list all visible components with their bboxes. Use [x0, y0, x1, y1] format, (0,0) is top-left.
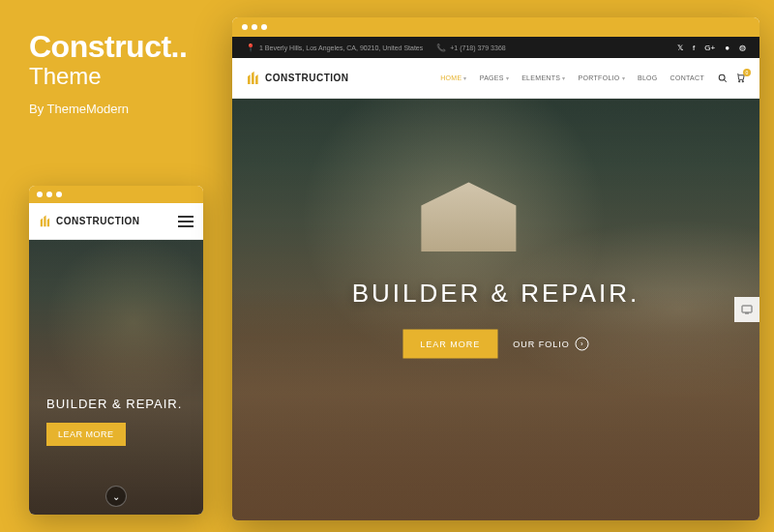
chevron-down-icon: ▾ [562, 74, 565, 81]
svg-point-0 [719, 74, 725, 80]
topbar: 📍 1 Beverly Hills, Los Angeles, CA, 9021… [232, 37, 759, 58]
google-plus-icon[interactable]: G+ [704, 44, 715, 52]
our-folio-label: OUR FOLIO [513, 339, 570, 348]
nav-icons: 0 [718, 73, 746, 83]
mobile-header: CONSTRUCTION [29, 203, 203, 240]
address-text: 1 Beverly Hills, Los Angeles, CA, 90210,… [259, 44, 423, 51]
mobile-hero: BUILDER & REPAIR. LEAR MORE ⌄ [29, 240, 203, 515]
mobile-hero-title: BUILDER & REPAIR. [46, 397, 182, 411]
building-icon [246, 71, 261, 86]
main-nav: CONSTRUCTION HOME▾ PAGES▾ ELEMENTS▾ PORT… [232, 58, 759, 99]
nav-pages[interactable]: PAGES▾ [480, 74, 509, 81]
hero-title: BUILDER & REPAIR. [232, 278, 759, 308]
phone-text: +1 (718) 379 3368 [450, 44, 505, 51]
facebook-icon[interactable]: f [693, 44, 695, 52]
social-links: 𝕏 f G+ ● ◍ [677, 44, 746, 52]
instagram-icon[interactable]: ◍ [739, 44, 746, 52]
window-dot [56, 192, 62, 197]
learn-more-button[interactable]: LEAR MORE [46, 423, 126, 446]
promo-title: Construct.. [29, 29, 187, 65]
scroll-down-icon[interactable]: ⌄ [105, 486, 127, 507]
nav-elements[interactable]: ELEMENTS▾ [521, 74, 565, 81]
building-icon [39, 215, 52, 228]
desktop-preview: 📍 1 Beverly Hills, Los Angeles, CA, 9021… [232, 17, 759, 520]
learn-more-button[interactable]: LEAR MORE [402, 329, 497, 358]
chevron-down-icon: ▾ [463, 74, 466, 81]
topbar-left: 📍 1 Beverly Hills, Los Angeles, CA, 9021… [246, 44, 506, 52]
nav-home[interactable]: HOME▾ [440, 74, 467, 81]
address: 📍 1 Beverly Hills, Los Angeles, CA, 9021… [246, 44, 423, 52]
cart-badge: 0 [743, 69, 751, 76]
svg-point-2 [738, 80, 739, 81]
pinterest-icon[interactable]: ● [725, 44, 729, 52]
chevron-down-icon: ▾ [506, 74, 509, 81]
nav-portfolio[interactable]: PORTFOLIO▾ [579, 74, 625, 81]
twitter-icon[interactable]: 𝕏 [677, 44, 683, 52]
arrow-right-icon: › [576, 337, 589, 350]
logo[interactable]: CONSTRUCTION [246, 71, 349, 86]
cart-icon[interactable]: 0 [735, 73, 746, 83]
svg-line-1 [724, 79, 727, 82]
chevron-down-icon: ▾ [622, 74, 625, 81]
hero-content: BUILDER & REPAIR. LEAR MORE OUR FOLIO › [232, 278, 759, 358]
desktop-hero: BUILDER & REPAIR. LEAR MORE OUR FOLIO › [232, 99, 759, 520]
phone: 📞 +1 (718) 379 3368 [436, 44, 505, 52]
logo-text: CONSTRUCTION [56, 216, 140, 226]
desktop-browser-chrome [232, 17, 759, 37]
mobile-preview: CONSTRUCTION BUILDER & REPAIR. LEAR MORE… [29, 186, 203, 515]
promo-subtitle: Theme [29, 63, 187, 90]
logo[interactable]: CONSTRUCTION [39, 215, 140, 228]
window-dot [46, 192, 52, 197]
map-pin-icon: 📍 [246, 44, 255, 52]
promo-author: By ThemeModern [29, 102, 187, 116]
search-icon[interactable] [718, 74, 728, 83]
phone-icon: 📞 [436, 44, 446, 52]
nav-blog[interactable]: BLOG [638, 74, 658, 81]
hero-house-graphic [401, 174, 536, 251]
hamburger-menu-icon[interactable] [178, 216, 194, 227]
nav-contact[interactable]: CONTACT [670, 74, 704, 81]
logo-text: CONSTRUCTION [265, 73, 349, 83]
mobile-browser-chrome [29, 186, 203, 203]
window-dot [242, 24, 248, 30]
nav-links: HOME▾ PAGES▾ ELEMENTS▾ PORTFOLIO▾ BLOG C… [440, 74, 704, 81]
viewport-toggle-icon[interactable] [734, 297, 759, 322]
promo-block: Construct.. Theme By ThemeModern [29, 29, 187, 116]
svg-rect-4 [742, 306, 752, 312]
window-dot [37, 192, 43, 197]
hero-buttons: LEAR MORE OUR FOLIO › [232, 329, 759, 358]
our-folio-button[interactable]: OUR FOLIO › [513, 337, 589, 350]
svg-point-3 [742, 80, 743, 81]
window-dot [252, 24, 257, 30]
window-dot [261, 24, 267, 30]
